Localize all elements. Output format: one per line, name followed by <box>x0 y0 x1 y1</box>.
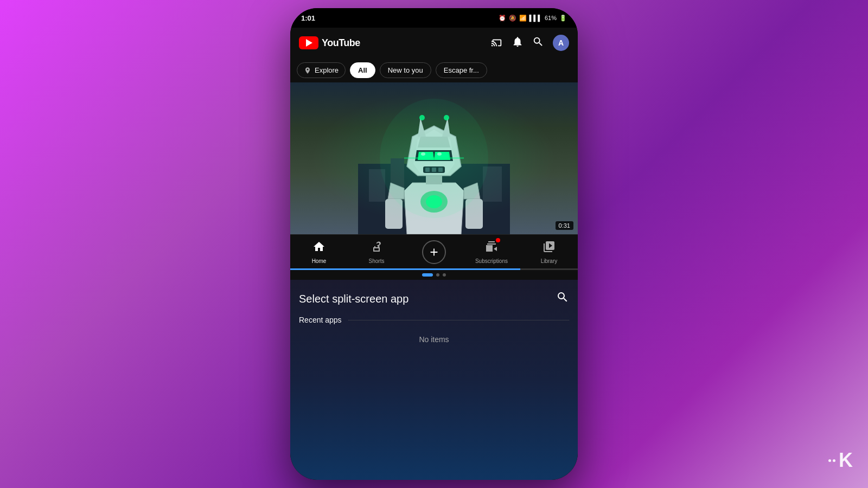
all-label: All <box>358 66 367 74</box>
split-screen-area: Select split-screen app Recent apps No i… <box>290 280 578 480</box>
shorts-label: Shorts <box>369 258 385 264</box>
status-bar: 1:01 ⏰ 🔕 📶 ▌▌▌ 61% 🔋 <box>290 8 578 28</box>
sub-badge <box>496 238 500 242</box>
phone-container: 1:01 ⏰ 🔕 📶 ▌▌▌ 61% 🔋 YouTube <box>290 8 578 480</box>
bottom-nav: Home Shorts <box>290 234 578 268</box>
subscriptions-icon <box>485 240 498 256</box>
mute-icon: 🔕 <box>509 15 516 22</box>
battery-icon: 🔋 <box>559 15 567 22</box>
status-icons: ⏰ 🔕 📶 ▌▌▌ 61% 🔋 <box>499 15 567 22</box>
yt-header: YouTube <box>290 28 578 58</box>
phone-screen: 1:01 ⏰ 🔕 📶 ▌▌▌ 61% 🔋 YouTube <box>290 8 578 480</box>
filter-bar: Explore All New to you Escape fr... <box>290 58 578 82</box>
dot-3 <box>443 273 446 277</box>
home-label: Home <box>312 258 327 264</box>
yt-app: 1:01 ⏰ 🔕 📶 ▌▌▌ 61% 🔋 YouTube <box>290 8 578 480</box>
video-area[interactable]: 0:31 <box>290 82 578 234</box>
library-icon <box>542 240 556 256</box>
split-search-icon[interactable] <box>556 291 569 307</box>
watermark: K <box>828 449 852 472</box>
yt-logo-text: YouTube <box>322 37 360 49</box>
new-to-you-chip[interactable]: New to you <box>380 62 431 78</box>
svg-rect-32 <box>404 157 464 159</box>
cast-icon[interactable] <box>491 36 503 50</box>
split-screen-title: Select split-screen app <box>299 293 409 305</box>
bell-icon[interactable] <box>512 36 524 50</box>
signal-icon: ▌▌▌ <box>529 15 542 21</box>
nav-shorts[interactable]: Shorts <box>360 240 393 264</box>
recent-apps-line <box>348 320 569 320</box>
subscriptions-label: Subscriptions <box>475 258 508 264</box>
explore-label: Explore <box>315 66 339 74</box>
split-screen-header: Select split-screen app <box>299 291 569 307</box>
yt-logo: YouTube <box>299 36 360 49</box>
all-chip[interactable]: All <box>350 62 375 78</box>
dot-1 <box>422 273 433 277</box>
avatar[interactable]: A <box>553 35 569 51</box>
alarm-icon: ⏰ <box>499 15 506 22</box>
add-button[interactable] <box>422 240 446 264</box>
status-time: 1:01 <box>301 14 315 22</box>
dot-2 <box>436 273 439 277</box>
progress-bar-fill <box>290 268 520 270</box>
nav-add[interactable] <box>418 240 450 264</box>
nav-home[interactable]: Home <box>303 240 335 264</box>
progress-bar-container <box>290 268 578 270</box>
watermark-k: K <box>839 449 852 472</box>
no-items: No items <box>299 335 569 344</box>
battery-text: 61% <box>545 15 557 21</box>
watermark-dots <box>828 459 835 462</box>
library-label: Library <box>541 258 558 264</box>
video-duration: 0:31 <box>556 221 573 230</box>
nav-library[interactable]: Library <box>533 240 565 264</box>
recent-apps-section: Recent apps No items <box>299 316 569 344</box>
yt-logo-icon <box>299 36 318 49</box>
new-to-you-label: New to you <box>388 66 423 74</box>
recent-apps-header: Recent apps <box>299 316 569 324</box>
video-thumbnail <box>290 82 578 234</box>
nav-subscriptions[interactable]: Subscriptions <box>475 240 508 264</box>
recent-apps-label: Recent apps <box>299 316 342 324</box>
home-icon <box>312 240 326 256</box>
robot-svg <box>358 82 510 234</box>
explore-chip[interactable]: Explore <box>297 62 346 78</box>
escape-chip[interactable]: Escape fr... <box>436 62 487 78</box>
shorts-icon <box>370 240 383 256</box>
escape-label: Escape fr... <box>444 66 479 74</box>
search-icon[interactable] <box>532 36 544 50</box>
progress-dots <box>290 270 578 280</box>
yt-header-icons: A <box>491 35 569 51</box>
wifi-icon: 📶 <box>519 15 527 22</box>
